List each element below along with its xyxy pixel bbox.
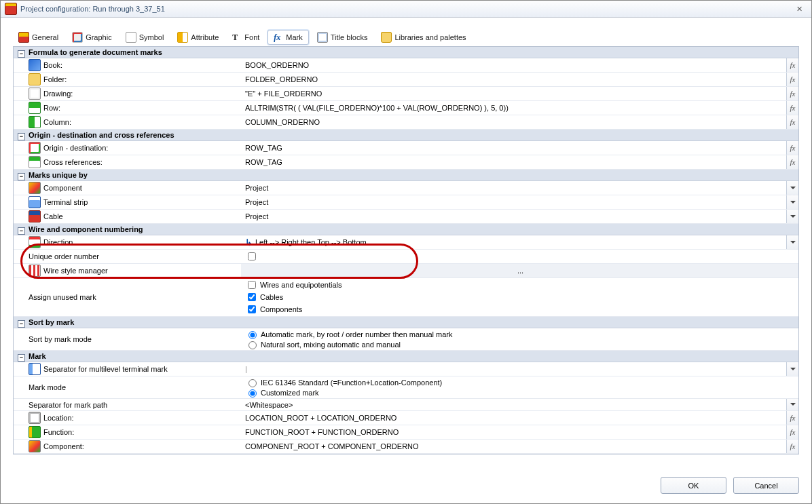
- label-uon: Unique order number: [29, 252, 99, 260]
- label-function: Function:: [43, 428, 74, 436]
- dropdown-button[interactable]: [786, 181, 798, 195]
- section-origin[interactable]: −Origin - destination and cross referenc…: [14, 130, 798, 141]
- fx-button[interactable]: fx: [786, 155, 798, 169]
- tab-bar: General Graphic Symbol Attribute TFont f…: [13, 30, 799, 46]
- collapse-icon[interactable]: −: [18, 133, 25, 140]
- collapse-icon[interactable]: −: [18, 173, 25, 180]
- tab-mark[interactable]: fxMark: [267, 30, 308, 45]
- tab-general[interactable]: General: [13, 30, 64, 45]
- dropdown-button[interactable]: [786, 362, 798, 376]
- label-component: Component: [43, 184, 82, 192]
- label-strip: Terminal strip: [43, 198, 88, 206]
- fx-button[interactable]: fx: [786, 411, 798, 425]
- label-row: Row:: [43, 104, 60, 112]
- libraries-icon: [381, 32, 392, 43]
- label-sep-path: Separator for mark path: [29, 401, 107, 409]
- cancel-button[interactable]: Cancel: [733, 477, 799, 494]
- fx-button[interactable]: fx: [786, 58, 798, 72]
- checkbox-wires[interactable]: Wires and equipotentials: [245, 279, 342, 291]
- section-formula[interactable]: −Formula to generate document marks: [14, 47, 798, 58]
- tab-symbol[interactable]: Symbol: [120, 30, 170, 45]
- fx-button[interactable]: fx: [786, 440, 798, 453]
- checkbox-components[interactable]: Components: [245, 303, 302, 315]
- label-cable: Cable: [43, 212, 63, 220]
- section-mark[interactable]: −Mark: [14, 351, 798, 362]
- value-drawing[interactable]: "E" + FILE_ORDERNO: [245, 90, 322, 98]
- label-assign-unused: Assign unused mark: [29, 293, 96, 301]
- label-folder: Folder:: [43, 75, 67, 83]
- ok-button[interactable]: OK: [661, 477, 726, 494]
- value-function[interactable]: FUNCTION_ROOT + FUNCTION_ORDERNO: [245, 428, 399, 436]
- value-row[interactable]: ALLTRIM(STR( ( VAL(FILE_ORDERNO)*100 + V…: [245, 104, 509, 112]
- folder-icon: [29, 73, 41, 85]
- fx-button[interactable]: fx: [786, 101, 798, 115]
- collapse-icon[interactable]: −: [18, 227, 25, 235]
- value-strip[interactable]: Project: [245, 198, 268, 206]
- collapse-icon[interactable]: −: [18, 354, 25, 362]
- value-column[interactable]: COLUMN_ORDERNO: [245, 118, 320, 126]
- dropdown-button[interactable]: [786, 399, 798, 410]
- drawing-icon: [29, 88, 41, 100]
- section-sort[interactable]: −Sort by mark: [14, 317, 798, 328]
- graphic-icon: [72, 32, 83, 43]
- collapse-icon[interactable]: −: [18, 320, 25, 328]
- wire-style-manager-icon: [29, 265, 41, 277]
- collapse-icon[interactable]: −: [18, 50, 25, 58]
- tab-graphic[interactable]: Graphic: [67, 30, 117, 45]
- value-wsm[interactable]: ...: [517, 267, 523, 275]
- value-sep-multilevel[interactable]: |: [245, 365, 247, 373]
- label-mark-mode: Mark mode: [29, 383, 66, 391]
- location-icon: [29, 412, 41, 424]
- value-sep-path[interactable]: <Whitespace>: [245, 401, 293, 409]
- tab-libraries[interactable]: Libraries and palettes: [375, 30, 471, 45]
- fx-button[interactable]: fx: [786, 73, 798, 86]
- value-folder[interactable]: FOLDER_ORDERNO: [245, 75, 318, 83]
- fx-button[interactable]: fx: [786, 115, 798, 129]
- value-od[interactable]: ROW_TAG: [245, 144, 282, 152]
- radio-customized[interactable]: Customized mark: [245, 387, 319, 398]
- dropdown-button[interactable]: [786, 235, 798, 249]
- fx-button[interactable]: fx: [786, 454, 798, 454]
- label-drawing: Drawing:: [43, 90, 73, 98]
- label-direction: Direction: [43, 238, 73, 246]
- direction-icon: [29, 236, 41, 248]
- radio-sort-natural[interactable]: Natural sort, mixing automatic and manua…: [245, 339, 401, 349]
- radio-iec[interactable]: IEC 61346 Standard (=Function+Location-C…: [245, 377, 442, 387]
- label-book: Book:: [43, 61, 62, 69]
- dropdown-button[interactable]: [786, 195, 798, 209]
- checkbox-cables[interactable]: Cables: [245, 291, 283, 303]
- label-component2: Component:: [43, 442, 84, 450]
- close-button[interactable]: ✕: [791, 3, 807, 15]
- radio-sort-auto[interactable]: Automatic mark, by root / order number t…: [245, 329, 452, 339]
- value-direction[interactable]: Left --> Right then Top --> Bottom: [255, 238, 367, 246]
- component-icon: [29, 182, 41, 194]
- value-book[interactable]: BOOK_ORDERNO: [245, 61, 309, 69]
- value-xr[interactable]: ROW_TAG: [245, 158, 282, 166]
- dropdown-button[interactable]: [786, 210, 798, 223]
- label-xr: Cross references:: [43, 158, 103, 166]
- fx-button[interactable]: fx: [786, 425, 798, 439]
- section-wire[interactable]: −Wire and component numbering: [14, 224, 798, 235]
- row-icon: [29, 102, 41, 114]
- column-icon: [29, 116, 41, 128]
- dialog-footer: OK Cancel: [661, 477, 799, 494]
- value-component[interactable]: Project: [245, 184, 268, 192]
- component-icon: [29, 440, 41, 452]
- checkbox-unique-order-number[interactable]: [248, 252, 256, 260]
- label-sort-mode: Sort by mark mode: [29, 335, 92, 343]
- label-location: Location:: [43, 414, 74, 422]
- label-sep-multilevel: Separator for multilevel terminal mark: [43, 365, 168, 373]
- cable-icon: [29, 210, 41, 222]
- cross-references-icon: [29, 156, 41, 168]
- tab-title-blocks[interactable]: Title blocks: [312, 30, 373, 45]
- fx-button[interactable]: fx: [786, 87, 798, 100]
- value-component2[interactable]: COMPONENT_ROOT + COMPONENT_ORDERNO: [245, 442, 419, 450]
- value-cable[interactable]: Project: [245, 212, 268, 220]
- symbol-icon: [126, 32, 136, 43]
- section-unique[interactable]: −Marks unique by: [14, 170, 798, 181]
- tab-font[interactable]: TFont: [227, 31, 265, 44]
- fx-button[interactable]: fx: [786, 141, 798, 155]
- value-location[interactable]: LOCATION_ROOT + LOCATION_ORDERNO: [245, 414, 396, 422]
- tab-attribute[interactable]: Attribute: [172, 30, 224, 45]
- window-title: Project configuration: Run through 3_37_…: [20, 5, 165, 13]
